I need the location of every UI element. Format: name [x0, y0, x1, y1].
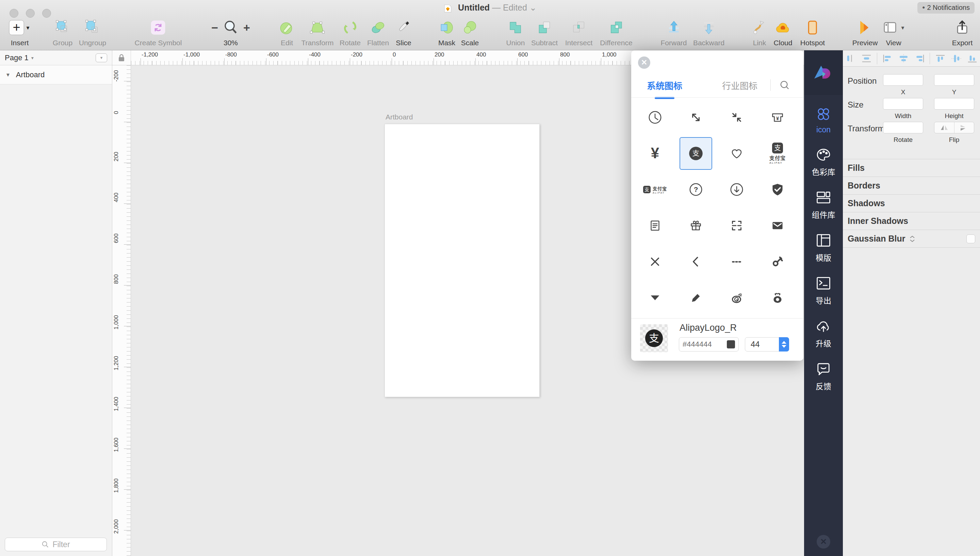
- size-input[interactable]: 44: [745, 337, 789, 351]
- color-input[interactable]: #444444: [679, 337, 739, 351]
- rail-item-feedback[interactable]: 反馈: [815, 360, 832, 392]
- triangle-down-icon[interactable]: [639, 281, 672, 314]
- section-shadows[interactable]: Shadows: [843, 195, 980, 212]
- edit-tool[interactable]: Edit: [278, 18, 295, 47]
- rail-item-palette[interactable]: 色彩库: [812, 146, 835, 177]
- close-icon[interactable]: [639, 245, 672, 278]
- ungroup-tool[interactable]: Ungroup: [79, 18, 107, 47]
- gaussian-blur-checkbox[interactable]: [966, 234, 975, 243]
- distribute-horizontally-icon[interactable]: [845, 54, 856, 63]
- align-right-icon[interactable]: [914, 54, 925, 63]
- rail-item-grid[interactable]: icon: [815, 105, 832, 134]
- search-icon: [42, 541, 49, 548]
- atm-icon[interactable]: ¥: [761, 101, 794, 134]
- hotspot-tool[interactable]: Hotspot: [800, 18, 825, 47]
- lock-icon[interactable]: [118, 54, 125, 62]
- color-swatch[interactable]: [727, 340, 735, 348]
- filter-input[interactable]: Filter: [5, 538, 107, 551]
- alipay-logo-icon[interactable]: 支: [680, 137, 712, 170]
- rail-item-components[interactable]: 组件库: [812, 189, 835, 220]
- create-symbol-tool[interactable]: Create Symbol: [135, 18, 182, 47]
- insert-tool[interactable]: +▼ Insert: [9, 18, 31, 47]
- align-middle-vertical-icon[interactable]: [951, 54, 962, 63]
- rotate-tool[interactable]: Rotate: [340, 18, 361, 47]
- blur-type-stepper-icon[interactable]: [909, 236, 915, 242]
- weibo-filled-icon[interactable]: [761, 281, 794, 314]
- size-stepper[interactable]: [779, 337, 789, 351]
- flip-horizontal-button[interactable]: [935, 122, 954, 133]
- rail-item-cloudup[interactable]: 升级: [815, 317, 832, 349]
- expand-icon[interactable]: [680, 101, 712, 134]
- size-height-field[interactable]: [934, 98, 974, 110]
- rail-close-button[interactable]: ✕: [817, 535, 830, 548]
- yen-icon[interactable]: ¥: [639, 137, 672, 170]
- shield-check-icon[interactable]: [761, 173, 794, 206]
- notifications-badge[interactable]: ●2 Notifications: [917, 2, 975, 14]
- heart-icon[interactable]: [720, 137, 753, 170]
- page-selector[interactable]: Page 1 ▾ ▾: [0, 50, 112, 65]
- tab-industry-icons[interactable]: 行业图标: [720, 79, 759, 92]
- scale-tool[interactable]: Scale: [461, 18, 479, 47]
- alipay-vertical-logo-icon[interactable]: 支支付宝ALIPAY: [761, 137, 794, 170]
- align-bottom-icon[interactable]: [967, 54, 978, 63]
- disclosure-triangle-icon[interactable]: ▼: [5, 72, 11, 78]
- download-circle-icon[interactable]: [720, 173, 753, 206]
- tab-system-icons[interactable]: 系统图标: [645, 79, 684, 92]
- mail-icon[interactable]: [761, 209, 794, 242]
- link-tool[interactable]: Link: [751, 18, 768, 47]
- zoom-control-tool[interactable]: −+ 30%: [211, 18, 250, 47]
- page-list-toggle-icon[interactable]: ▾: [95, 53, 107, 62]
- position-y-field[interactable]: [934, 74, 974, 86]
- gaussian-blur-section[interactable]: Gaussian Blur: [843, 230, 980, 248]
- align-center-horizontal-icon[interactable]: [898, 54, 909, 63]
- rotate-field[interactable]: [883, 122, 923, 133]
- rail-item-template[interactable]: 模版: [815, 232, 832, 263]
- slice-tool[interactable]: Slice: [395, 18, 412, 47]
- pencil-icon[interactable]: [680, 281, 712, 314]
- chevron-left-icon[interactable]: [680, 245, 712, 278]
- page-chevron-icon: ▾: [31, 55, 34, 61]
- artboard-label[interactable]: Artboard: [386, 113, 413, 121]
- document-icon[interactable]: [639, 209, 672, 242]
- ruler-number: 1,200: [113, 356, 120, 370]
- flatten-tool[interactable]: Flatten: [367, 18, 389, 47]
- preview-tool[interactable]: Preview: [852, 18, 878, 47]
- alipay-horizontal-logo-icon[interactable]: 支支付宝ALIPAY: [639, 173, 672, 206]
- notification-dot-icon: ●: [922, 5, 925, 10]
- export-tool[interactable]: Export: [952, 18, 973, 47]
- more-icon[interactable]: [720, 245, 753, 278]
- forward-tool[interactable]: Forward: [660, 18, 687, 47]
- transform-tool[interactable]: Transform: [302, 18, 334, 47]
- mask-tool[interactable]: Mask: [438, 18, 455, 47]
- gift-icon[interactable]: [680, 209, 712, 242]
- question-circle-icon[interactable]: ?: [680, 173, 712, 206]
- view-tool[interactable]: ▼ View: [882, 18, 906, 47]
- section-fills[interactable]: Fills: [843, 159, 980, 177]
- distribute-vertically-icon[interactable]: [861, 54, 872, 63]
- panel-search-icon[interactable]: [780, 80, 790, 90]
- sidebar-item-artboard[interactable]: ▼ Artboard: [0, 65, 112, 84]
- intersect-tool[interactable]: Intersect: [565, 18, 593, 47]
- section-borders[interactable]: Borders: [843, 177, 980, 195]
- position-x-field[interactable]: [883, 74, 923, 86]
- align-left-icon[interactable]: [882, 54, 893, 63]
- clock-icon[interactable]: [639, 101, 672, 134]
- union-tool[interactable]: Union: [506, 18, 525, 47]
- subtract-tool[interactable]: Subtract: [531, 18, 558, 47]
- panel-close-button[interactable]: ✕: [638, 57, 650, 69]
- group-tool[interactable]: Group: [53, 18, 73, 47]
- align-top-icon[interactable]: [935, 54, 946, 63]
- key-icon[interactable]: [761, 245, 794, 278]
- flip-vertical-button[interactable]: [954, 122, 974, 133]
- weibo-icon[interactable]: [720, 281, 753, 314]
- cloud-tool[interactable]: Cloud: [774, 18, 793, 47]
- title-chevron-icon[interactable]: ⌄: [530, 3, 537, 12]
- size-width-field[interactable]: [883, 98, 923, 110]
- section-inner-shadows[interactable]: Inner Shadows: [843, 212, 980, 230]
- collapse-icon[interactable]: [720, 101, 753, 134]
- scan-icon[interactable]: [720, 209, 753, 242]
- backward-tool[interactable]: Backward: [693, 18, 725, 47]
- rail-item-terminal[interactable]: 导出: [815, 275, 832, 306]
- artboard[interactable]: [384, 124, 540, 397]
- difference-tool[interactable]: Difference: [600, 18, 632, 47]
